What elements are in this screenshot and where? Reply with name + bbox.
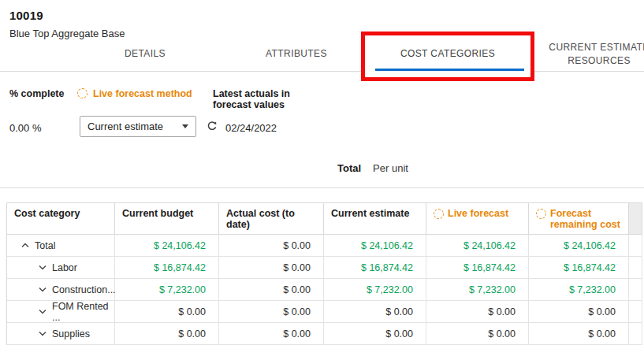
- amount-cell: $ 16,874.42: [115, 257, 219, 278]
- live-forecast-icon: [77, 88, 87, 98]
- cost-category-label: Total: [35, 240, 55, 251]
- page-title: 10019: [9, 9, 43, 22]
- tab-label: DETAILS: [125, 47, 166, 60]
- percent-complete-value: 0.00 %: [9, 122, 41, 134]
- column-header-actual-cost-to-date[interactable]: Actual cost (to date): [219, 203, 324, 234]
- amount-cell: $ 7,232.00: [426, 279, 529, 300]
- column-header-label: Actual cost (to date): [226, 208, 318, 230]
- column-header-label: Current estimate: [331, 208, 409, 219]
- amount-cell: $ 0.00: [324, 323, 426, 344]
- filler-cell: [629, 257, 642, 278]
- chevron-down-icon[interactable]: [39, 331, 47, 336]
- amount-cell: $ 16,874.42: [529, 257, 629, 278]
- amount-cell: $ 0.00: [115, 301, 219, 322]
- filler-cell: [629, 235, 642, 256]
- filler-cell: [629, 301, 642, 322]
- toggle-option-per-unit[interactable]: Per unit: [373, 162, 408, 174]
- column-header-label: Current budget: [122, 208, 193, 219]
- table-row-labor[interactable]: Labor$ 16,874.42$ 0.00$ 16,874.42$ 16,87…: [7, 257, 642, 279]
- column-header-label: Cost category: [14, 208, 80, 219]
- table-header-filler: [629, 203, 642, 234]
- amount-cell: $ 0.00: [426, 301, 529, 322]
- latest-actuals-date: 02/24/2022: [225, 122, 277, 134]
- amount-cell: $ 24,106.42: [529, 235, 629, 256]
- chevron-down-icon[interactable]: [39, 287, 47, 292]
- column-header-current-budget[interactable]: Current budget: [115, 203, 219, 234]
- amount-cell: $ 24,106.42: [324, 235, 426, 256]
- cost-category-label: Supplies: [52, 328, 90, 339]
- cost-category-cell: Supplies: [7, 323, 115, 344]
- amount-cell: $ 0.00: [529, 301, 629, 322]
- column-header-live-forecast[interactable]: Live forecast: [426, 203, 529, 234]
- forecast-method-dropdown-value: Current estimate: [87, 121, 163, 132]
- cost-category-label: Construction...: [52, 284, 116, 295]
- live-forecast-icon: [434, 209, 444, 219]
- annotation-red-box: [361, 32, 534, 81]
- amount-cell: $ 7,232.00: [115, 279, 219, 300]
- table-body: Total$ 24,106.42$ 0.00$ 24,106.42$ 24,10…: [7, 235, 642, 345]
- total-perunit-toggle: TotalPer unit: [337, 162, 408, 174]
- tab-bar: DETAILSATTRIBUTESCOST CATEGORIESCURRENT …: [69, 37, 644, 71]
- column-header-current-estimate[interactable]: Current estimate: [324, 203, 426, 234]
- amount-cell: $ 0.00: [219, 301, 324, 322]
- amount-cell: $ 16,874.42: [426, 257, 529, 278]
- forecast-method-dropdown[interactable]: Current estimate: [80, 116, 196, 137]
- filler-cell: [629, 279, 642, 300]
- chevron-up-icon[interactable]: [21, 243, 29, 248]
- column-header-forecast-remaining-cost[interactable]: Forecast remaining cost: [529, 203, 629, 234]
- cost-categories-page: 10019 Blue Top Aggregate Base DETAILSATT…: [0, 0, 644, 345]
- amount-cell: $ 0.00: [219, 235, 324, 256]
- live-forecast-icon: [536, 209, 546, 219]
- tabbar-divider-right: [534, 71, 644, 72]
- table-row-total[interactable]: Total$ 24,106.42$ 0.00$ 24,106.42$ 24,10…: [7, 235, 642, 257]
- refresh-icon[interactable]: [207, 121, 218, 132]
- tab-attributes[interactable]: ATTRIBUTES: [221, 37, 372, 71]
- cost-category-cell: Construction...: [7, 279, 115, 300]
- amount-cell: $ 24,106.42: [115, 235, 219, 256]
- tab-label: ATTRIBUTES: [266, 47, 327, 60]
- cost-category-label: Labor: [52, 262, 77, 273]
- section-divider: [0, 187, 644, 188]
- chevron-down-icon: [182, 124, 188, 128]
- table-row-supplies[interactable]: Supplies$ 0.00$ 0.00$ 0.00$ 0.00$ 0.00: [7, 323, 642, 345]
- table-row-construction[interactable]: Construction...$ 7,232.00$ 0.00$ 7,232.0…: [7, 279, 642, 301]
- amount-cell: $ 7,232.00: [529, 279, 629, 300]
- cost-category-cell: FOM Rented ...: [7, 301, 115, 322]
- cost-table: Cost categoryCurrent budgetActual cost (…: [6, 202, 642, 345]
- cost-category-cell: Labor: [7, 257, 115, 278]
- amount-cell: $ 7,232.00: [324, 279, 426, 300]
- live-forecast-method-label: Live forecast method: [93, 88, 192, 99]
- chevron-down-icon[interactable]: [39, 309, 47, 314]
- amount-cell: $ 24,106.42: [426, 235, 529, 256]
- cost-category-label: FOM Rented ...: [52, 301, 114, 323]
- column-header-label: Forecast remaining cost: [550, 208, 623, 230]
- latest-actuals-label: Latest actuals in forecast values: [213, 88, 309, 110]
- chevron-down-icon[interactable]: [39, 265, 47, 270]
- amount-cell: $ 0.00: [426, 323, 529, 344]
- filler-cell: [629, 323, 642, 344]
- cost-category-cell: Total: [7, 235, 115, 256]
- tab-current-estimate-resources[interactable]: CURRENT ESTIMATE RESOURCES: [523, 37, 644, 71]
- tabbar-divider-left: [0, 71, 361, 72]
- amount-cell: $ 0.00: [219, 257, 324, 278]
- percent-complete-label: % complete: [9, 88, 64, 99]
- tab-label: CURRENT ESTIMATE RESOURCES: [534, 41, 644, 66]
- column-header-label: Live forecast: [448, 208, 508, 219]
- toggle-option-total[interactable]: Total: [337, 162, 361, 174]
- table-row-fom-rented[interactable]: FOM Rented ...$ 0.00$ 0.00$ 0.00$ 0.00$ …: [7, 301, 642, 323]
- column-header-cost-category[interactable]: Cost category: [7, 203, 115, 234]
- amount-cell: $ 0.00: [219, 279, 324, 300]
- amount-cell: $ 0.00: [324, 301, 426, 322]
- amount-cell: $ 0.00: [115, 323, 219, 344]
- table-header-row: Cost categoryCurrent budgetActual cost (…: [7, 202, 642, 235]
- amount-cell: $ 0.00: [219, 323, 324, 344]
- tab-details[interactable]: DETAILS: [69, 37, 221, 71]
- amount-cell: $ 16,874.42: [324, 257, 426, 278]
- amount-cell: $ 0.00: [529, 323, 629, 344]
